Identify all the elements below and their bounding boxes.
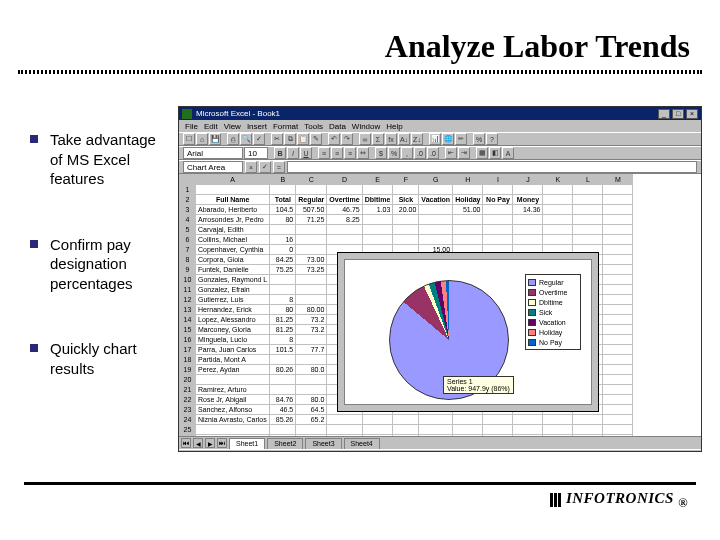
cell[interactable] <box>296 275 327 285</box>
cell[interactable] <box>483 215 513 225</box>
column-header[interactable]: B <box>270 175 296 185</box>
maximize-button[interactable]: □ <box>672 109 684 119</box>
cell[interactable] <box>513 425 543 435</box>
row-header[interactable]: 9 <box>180 265 196 275</box>
name-box[interactable]: Chart Area <box>183 161 243 173</box>
borders-icon[interactable]: ▦ <box>476 147 488 159</box>
row-header[interactable]: 8 <box>180 255 196 265</box>
cell[interactable]: Corpora, Gioia <box>196 255 270 265</box>
cell[interactable] <box>362 215 393 225</box>
cell[interactable]: Niznia Avrasto, Carlos <box>196 415 270 425</box>
cell[interactable] <box>543 195 573 205</box>
percent-icon[interactable]: % <box>388 147 400 159</box>
cell[interactable] <box>453 425 483 435</box>
cell[interactable] <box>296 185 327 195</box>
cell[interactable] <box>393 235 419 245</box>
row-header[interactable]: 22 <box>180 395 196 405</box>
menu-view[interactable]: View <box>224 122 241 131</box>
cell[interactable] <box>270 225 296 235</box>
cell[interactable] <box>603 355 633 365</box>
cell[interactable] <box>573 425 603 435</box>
cell[interactable] <box>362 185 393 195</box>
cell[interactable]: 73.2 <box>296 325 327 335</box>
sheet-tab-bar[interactable]: ⏮ ◀ ▶ ⏭ Sheet1 Sheet2 Sheet3 Sheet4 <box>179 436 701 449</box>
cell[interactable]: Vacation <box>419 195 453 205</box>
cell[interactable] <box>196 185 270 195</box>
embedded-chart[interactable]: RegularOvertimeDbltimeSickVacationHolida… <box>337 252 599 412</box>
minimize-button[interactable]: _ <box>658 109 670 119</box>
cell[interactable]: 14.36 <box>513 205 543 215</box>
row-header[interactable]: 11 <box>180 285 196 295</box>
spell-icon[interactable]: ✓ <box>253 133 265 145</box>
cell[interactable]: Gutierrez, Luis <box>196 295 270 305</box>
cell[interactable]: 507.50 <box>296 205 327 215</box>
row-header[interactable]: 13 <box>180 305 196 315</box>
row-header[interactable]: 23 <box>180 405 196 415</box>
menu-insert[interactable]: Insert <box>247 122 267 131</box>
cell[interactable]: 8 <box>270 295 296 305</box>
column-header[interactable]: L <box>573 175 603 185</box>
column-header[interactable]: H <box>453 175 483 185</box>
sort-desc-icon[interactable]: Z↓ <box>411 133 423 145</box>
cell[interactable] <box>603 225 633 235</box>
cell[interactable]: 73.25 <box>296 265 327 275</box>
map-icon[interactable]: 🌐 <box>442 133 454 145</box>
window-titlebar[interactable]: Microsoft Excel - Book1 _ □ × <box>179 107 701 120</box>
cell[interactable] <box>296 335 327 345</box>
tab-nav-first-icon[interactable]: ⏮ <box>181 438 191 448</box>
cell[interactable]: 71.25 <box>296 215 327 225</box>
sheet-tab[interactable]: Sheet2 <box>267 438 303 449</box>
cell[interactable]: Arrosondes Jr, Pedro <box>196 215 270 225</box>
cell[interactable] <box>603 405 633 415</box>
cell[interactable] <box>362 225 393 235</box>
cell[interactable] <box>483 425 513 435</box>
cell[interactable] <box>393 185 419 195</box>
cell[interactable] <box>603 305 633 315</box>
cell[interactable] <box>453 235 483 245</box>
legend-item[interactable]: Vacation <box>528 317 578 327</box>
cell[interactable]: 104.5 <box>270 205 296 215</box>
cell[interactable] <box>573 225 603 235</box>
menu-bar[interactable]: File Edit View Insert Format Tools Data … <box>179 120 701 132</box>
cell[interactable] <box>603 415 633 425</box>
cell[interactable] <box>270 275 296 285</box>
cell[interactable] <box>513 435 543 437</box>
enter-icon[interactable]: ✓ <box>259 161 271 173</box>
cell[interactable] <box>603 265 633 275</box>
cell[interactable] <box>270 385 296 395</box>
cell[interactable] <box>603 285 633 295</box>
row-header[interactable]: 10 <box>180 275 196 285</box>
cell[interactable]: 101.5 <box>270 345 296 355</box>
cell[interactable]: Gonzalez, Efrain <box>196 285 270 295</box>
cell[interactable] <box>393 415 419 425</box>
row-header[interactable]: 19 <box>180 365 196 375</box>
cell[interactable]: Hernandez, Erick <box>196 305 270 315</box>
row-header[interactable]: 14 <box>180 315 196 325</box>
cell[interactable] <box>603 195 633 205</box>
legend-item[interactable]: Regular <box>528 277 578 287</box>
cell[interactable] <box>483 205 513 215</box>
column-header[interactable]: A <box>196 175 270 185</box>
menu-edit[interactable]: Edit <box>204 122 218 131</box>
cell[interactable] <box>483 225 513 235</box>
font-color-icon[interactable]: A <box>502 147 514 159</box>
cell[interactable]: 0 <box>270 245 296 255</box>
cell[interactable]: Carvajal, Edith <box>196 225 270 235</box>
cell[interactable] <box>603 215 633 225</box>
column-header[interactable]: J <box>513 175 543 185</box>
align-center-icon[interactable]: ≡ <box>331 147 343 159</box>
cell[interactable]: 51.00 <box>453 205 483 215</box>
sum-icon[interactable]: Σ <box>372 133 384 145</box>
cell[interactable] <box>419 185 453 195</box>
cell[interactable] <box>603 345 633 355</box>
row-header[interactable]: 18 <box>180 355 196 365</box>
cell[interactable] <box>296 285 327 295</box>
row-header[interactable]: 2 <box>180 195 196 205</box>
cell[interactable] <box>453 215 483 225</box>
cell[interactable] <box>296 425 327 435</box>
cell[interactable] <box>270 355 296 365</box>
cell[interactable] <box>453 185 483 195</box>
cell[interactable]: Partida, Mont A <box>196 355 270 365</box>
italic-icon[interactable]: I <box>287 147 299 159</box>
print-icon[interactable]: ⎙ <box>227 133 239 145</box>
